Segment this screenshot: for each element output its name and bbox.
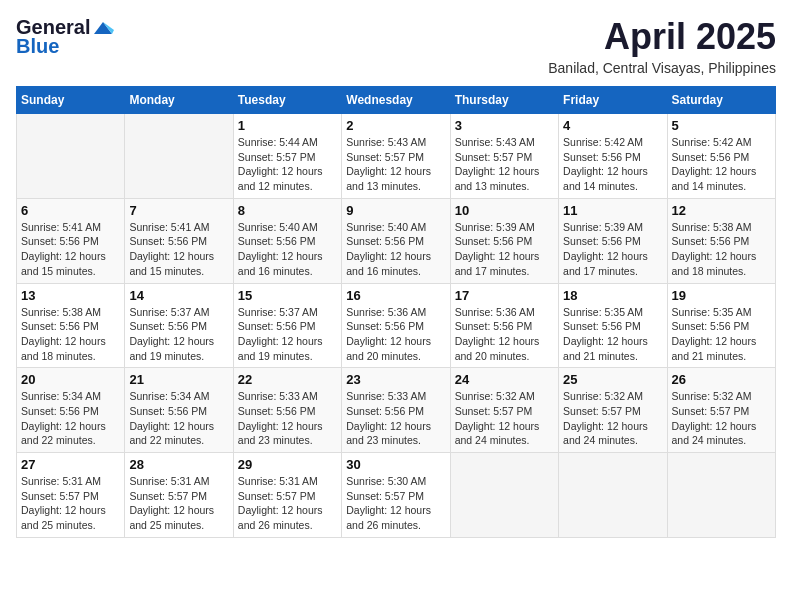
day-number: 25	[563, 372, 662, 387]
calendar-cell: 15Sunrise: 5:37 AMSunset: 5:56 PMDayligh…	[233, 283, 341, 368]
calendar-week-row: 6Sunrise: 5:41 AMSunset: 5:56 PMDaylight…	[17, 198, 776, 283]
day-info: Sunrise: 5:36 AMSunset: 5:56 PMDaylight:…	[455, 305, 554, 364]
calendar-cell	[17, 114, 125, 199]
day-info: Sunrise: 5:37 AMSunset: 5:56 PMDaylight:…	[129, 305, 228, 364]
logo: General Blue	[16, 16, 116, 58]
calendar-cell: 2Sunrise: 5:43 AMSunset: 5:57 PMDaylight…	[342, 114, 450, 199]
day-number: 4	[563, 118, 662, 133]
calendar: SundayMondayTuesdayWednesdayThursdayFrid…	[16, 86, 776, 538]
calendar-week-row: 20Sunrise: 5:34 AMSunset: 5:56 PMDayligh…	[17, 368, 776, 453]
day-info: Sunrise: 5:34 AMSunset: 5:56 PMDaylight:…	[21, 389, 120, 448]
calendar-cell: 19Sunrise: 5:35 AMSunset: 5:56 PMDayligh…	[667, 283, 775, 368]
day-number: 22	[238, 372, 337, 387]
calendar-week-row: 13Sunrise: 5:38 AMSunset: 5:56 PMDayligh…	[17, 283, 776, 368]
calendar-cell: 11Sunrise: 5:39 AMSunset: 5:56 PMDayligh…	[559, 198, 667, 283]
calendar-cell: 5Sunrise: 5:42 AMSunset: 5:56 PMDaylight…	[667, 114, 775, 199]
calendar-cell: 26Sunrise: 5:32 AMSunset: 5:57 PMDayligh…	[667, 368, 775, 453]
calendar-cell: 8Sunrise: 5:40 AMSunset: 5:56 PMDaylight…	[233, 198, 341, 283]
day-info: Sunrise: 5:35 AMSunset: 5:56 PMDaylight:…	[563, 305, 662, 364]
weekday-header: Sunday	[17, 87, 125, 114]
calendar-cell: 9Sunrise: 5:40 AMSunset: 5:56 PMDaylight…	[342, 198, 450, 283]
day-info: Sunrise: 5:33 AMSunset: 5:56 PMDaylight:…	[238, 389, 337, 448]
calendar-header-row: SundayMondayTuesdayWednesdayThursdayFrid…	[17, 87, 776, 114]
day-info: Sunrise: 5:34 AMSunset: 5:56 PMDaylight:…	[129, 389, 228, 448]
calendar-week-row: 27Sunrise: 5:31 AMSunset: 5:57 PMDayligh…	[17, 453, 776, 538]
weekday-header: Tuesday	[233, 87, 341, 114]
calendar-cell: 21Sunrise: 5:34 AMSunset: 5:56 PMDayligh…	[125, 368, 233, 453]
day-info: Sunrise: 5:35 AMSunset: 5:56 PMDaylight:…	[672, 305, 771, 364]
calendar-cell: 1Sunrise: 5:44 AMSunset: 5:57 PMDaylight…	[233, 114, 341, 199]
day-info: Sunrise: 5:32 AMSunset: 5:57 PMDaylight:…	[672, 389, 771, 448]
day-number: 19	[672, 288, 771, 303]
day-number: 14	[129, 288, 228, 303]
day-number: 21	[129, 372, 228, 387]
calendar-cell: 23Sunrise: 5:33 AMSunset: 5:56 PMDayligh…	[342, 368, 450, 453]
day-info: Sunrise: 5:31 AMSunset: 5:57 PMDaylight:…	[129, 474, 228, 533]
day-number: 2	[346, 118, 445, 133]
calendar-cell: 6Sunrise: 5:41 AMSunset: 5:56 PMDaylight…	[17, 198, 125, 283]
header: General Blue April 2025 Banilad, Central…	[16, 16, 776, 76]
calendar-cell: 29Sunrise: 5:31 AMSunset: 5:57 PMDayligh…	[233, 453, 341, 538]
weekday-header: Friday	[559, 87, 667, 114]
calendar-cell: 12Sunrise: 5:38 AMSunset: 5:56 PMDayligh…	[667, 198, 775, 283]
day-number: 11	[563, 203, 662, 218]
day-info: Sunrise: 5:30 AMSunset: 5:57 PMDaylight:…	[346, 474, 445, 533]
calendar-cell	[667, 453, 775, 538]
day-number: 23	[346, 372, 445, 387]
day-number: 24	[455, 372, 554, 387]
day-number: 27	[21, 457, 120, 472]
calendar-cell: 4Sunrise: 5:42 AMSunset: 5:56 PMDaylight…	[559, 114, 667, 199]
day-info: Sunrise: 5:31 AMSunset: 5:57 PMDaylight:…	[21, 474, 120, 533]
day-info: Sunrise: 5:41 AMSunset: 5:56 PMDaylight:…	[21, 220, 120, 279]
calendar-cell	[559, 453, 667, 538]
calendar-cell: 20Sunrise: 5:34 AMSunset: 5:56 PMDayligh…	[17, 368, 125, 453]
calendar-cell: 7Sunrise: 5:41 AMSunset: 5:56 PMDaylight…	[125, 198, 233, 283]
day-number: 6	[21, 203, 120, 218]
day-number: 16	[346, 288, 445, 303]
day-info: Sunrise: 5:41 AMSunset: 5:56 PMDaylight:…	[129, 220, 228, 279]
calendar-cell	[450, 453, 558, 538]
month-title: April 2025	[548, 16, 776, 58]
day-info: Sunrise: 5:31 AMSunset: 5:57 PMDaylight:…	[238, 474, 337, 533]
calendar-cell: 16Sunrise: 5:36 AMSunset: 5:56 PMDayligh…	[342, 283, 450, 368]
day-info: Sunrise: 5:44 AMSunset: 5:57 PMDaylight:…	[238, 135, 337, 194]
weekday-header: Saturday	[667, 87, 775, 114]
day-number: 13	[21, 288, 120, 303]
day-number: 7	[129, 203, 228, 218]
calendar-cell: 22Sunrise: 5:33 AMSunset: 5:56 PMDayligh…	[233, 368, 341, 453]
calendar-cell: 27Sunrise: 5:31 AMSunset: 5:57 PMDayligh…	[17, 453, 125, 538]
weekday-header: Wednesday	[342, 87, 450, 114]
day-info: Sunrise: 5:42 AMSunset: 5:56 PMDaylight:…	[672, 135, 771, 194]
calendar-cell: 10Sunrise: 5:39 AMSunset: 5:56 PMDayligh…	[450, 198, 558, 283]
day-number: 5	[672, 118, 771, 133]
calendar-cell: 24Sunrise: 5:32 AMSunset: 5:57 PMDayligh…	[450, 368, 558, 453]
calendar-cell: 14Sunrise: 5:37 AMSunset: 5:56 PMDayligh…	[125, 283, 233, 368]
calendar-cell: 13Sunrise: 5:38 AMSunset: 5:56 PMDayligh…	[17, 283, 125, 368]
day-info: Sunrise: 5:40 AMSunset: 5:56 PMDaylight:…	[238, 220, 337, 279]
day-info: Sunrise: 5:39 AMSunset: 5:56 PMDaylight:…	[455, 220, 554, 279]
calendar-cell: 17Sunrise: 5:36 AMSunset: 5:56 PMDayligh…	[450, 283, 558, 368]
day-info: Sunrise: 5:42 AMSunset: 5:56 PMDaylight:…	[563, 135, 662, 194]
day-info: Sunrise: 5:37 AMSunset: 5:56 PMDaylight:…	[238, 305, 337, 364]
day-number: 29	[238, 457, 337, 472]
day-info: Sunrise: 5:40 AMSunset: 5:56 PMDaylight:…	[346, 220, 445, 279]
title-area: April 2025 Banilad, Central Visayas, Phi…	[548, 16, 776, 76]
day-number: 9	[346, 203, 445, 218]
day-number: 8	[238, 203, 337, 218]
day-info: Sunrise: 5:32 AMSunset: 5:57 PMDaylight:…	[563, 389, 662, 448]
day-number: 12	[672, 203, 771, 218]
calendar-cell: 18Sunrise: 5:35 AMSunset: 5:56 PMDayligh…	[559, 283, 667, 368]
calendar-cell	[125, 114, 233, 199]
day-info: Sunrise: 5:43 AMSunset: 5:57 PMDaylight:…	[346, 135, 445, 194]
day-number: 26	[672, 372, 771, 387]
day-info: Sunrise: 5:39 AMSunset: 5:56 PMDaylight:…	[563, 220, 662, 279]
weekday-header: Monday	[125, 87, 233, 114]
day-number: 18	[563, 288, 662, 303]
day-number: 30	[346, 457, 445, 472]
calendar-cell: 30Sunrise: 5:30 AMSunset: 5:57 PMDayligh…	[342, 453, 450, 538]
day-number: 3	[455, 118, 554, 133]
day-info: Sunrise: 5:38 AMSunset: 5:56 PMDaylight:…	[672, 220, 771, 279]
day-info: Sunrise: 5:36 AMSunset: 5:56 PMDaylight:…	[346, 305, 445, 364]
calendar-cell: 3Sunrise: 5:43 AMSunset: 5:57 PMDaylight…	[450, 114, 558, 199]
day-info: Sunrise: 5:43 AMSunset: 5:57 PMDaylight:…	[455, 135, 554, 194]
